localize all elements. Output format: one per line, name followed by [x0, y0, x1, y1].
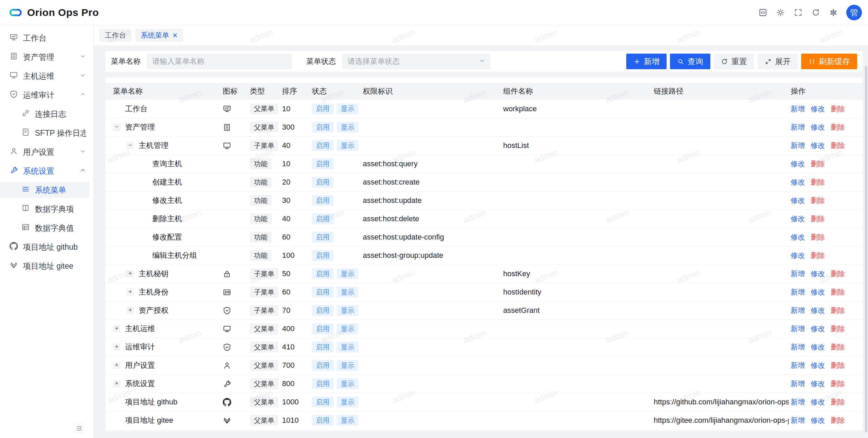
删除-link[interactable]: 删除 — [831, 122, 845, 132]
新增-link[interactable]: 新增 — [791, 416, 805, 425]
修改-link[interactable]: 修改 — [791, 177, 805, 187]
cell-link-path — [652, 338, 789, 356]
修改-link[interactable]: 修改 — [791, 214, 805, 224]
api-doc-button[interactable] — [754, 4, 772, 21]
删除-link[interactable]: 删除 — [831, 306, 845, 315]
sidebar-item-系统设置[interactable]: 系统设置 — [0, 163, 94, 179]
新增-link[interactable]: 新增 — [791, 342, 805, 352]
删除-link[interactable]: 删除 — [831, 397, 845, 407]
删除-link[interactable]: 删除 — [831, 342, 845, 352]
settings-button[interactable] — [825, 4, 842, 21]
type-tag: 父菜单 — [250, 378, 278, 389]
删除-link[interactable]: 删除 — [811, 214, 825, 224]
删除-link[interactable]: 删除 — [831, 416, 845, 425]
修改-link[interactable]: 修改 — [811, 141, 825, 150]
scrollbar-thumb[interactable] — [865, 66, 867, 432]
新增-link[interactable]: 新增 — [791, 397, 805, 407]
修改-link[interactable]: 修改 — [791, 196, 805, 205]
修改-link[interactable]: 修改 — [811, 104, 825, 114]
删除-link[interactable]: 删除 — [811, 232, 825, 242]
expand-toggle-icon[interactable]: + — [113, 343, 120, 351]
expand-toggle-icon[interactable]: + — [113, 362, 120, 369]
删除-link[interactable]: 删除 — [831, 269, 845, 279]
sidebar-collapse-button[interactable] — [74, 423, 84, 433]
status-tag: 启用 — [312, 250, 334, 261]
user-avatar[interactable]: 管 — [846, 5, 862, 20]
修改-link[interactable]: 修改 — [811, 379, 825, 388]
删除-link[interactable]: 删除 — [831, 361, 845, 370]
删除-link[interactable]: 删除 — [831, 287, 845, 297]
删除-link[interactable]: 删除 — [811, 251, 825, 260]
新增-link[interactable]: 新增 — [791, 104, 805, 114]
status-tags: 启用 — [312, 232, 361, 243]
menu-status-select[interactable]: 请选择菜单状态 — [342, 54, 490, 69]
sidebar-item-SFTP 操作日志[interactable]: SFTP 操作日志 — [0, 125, 94, 141]
修改-link[interactable]: 修改 — [811, 416, 825, 425]
重置-button[interactable]: 重置 — [714, 54, 754, 69]
删除-link[interactable]: 删除 — [811, 177, 825, 187]
删除-link[interactable]: 删除 — [831, 324, 845, 334]
新增-link[interactable]: 新增 — [791, 141, 805, 150]
tab-system-menu[interactable]: 系统菜单 ✕ — [135, 29, 183, 42]
新增-link[interactable]: 新增 — [791, 306, 805, 315]
dashboard-icon — [9, 33, 18, 41]
修改-link[interactable]: 修改 — [811, 397, 825, 407]
expand-toggle-icon[interactable]: + — [113, 325, 120, 332]
sidebar-item-用户设置[interactable]: 用户设置 — [0, 144, 94, 160]
cell-type: 功能 — [248, 155, 280, 173]
sidebar-item-系统菜单[interactable]: 系统菜单 — [0, 182, 90, 198]
删除-link[interactable]: 删除 — [811, 196, 825, 205]
expand-toggle-icon[interactable]: + — [126, 270, 134, 278]
修改-link[interactable]: 修改 — [791, 251, 805, 260]
修改-link[interactable]: 修改 — [811, 287, 825, 297]
tab-workbench[interactable]: 工作台 — [99, 29, 132, 42]
expand-toggle-icon[interactable]: + — [113, 380, 120, 387]
查询-button[interactable]: 查询 — [670, 54, 710, 69]
删除-link[interactable]: 删除 — [831, 104, 845, 114]
修改-link[interactable]: 修改 — [811, 324, 825, 334]
sidebar-item-资产管理[interactable]: 资产管理 — [0, 49, 94, 65]
新增-link[interactable]: 新增 — [791, 269, 805, 279]
table-row: 删除主机功能40启用asset:host:delete修改删除 — [105, 210, 863, 228]
menu-name-input[interactable] — [147, 54, 292, 69]
展开-button[interactable]: 展开 — [757, 54, 798, 69]
menu-name-wrap: −资产管理 — [113, 122, 221, 132]
sidebar-item-连接日志[interactable]: 连接日志 — [0, 106, 94, 122]
sidebar-item-数据字典值[interactable]: 数据字典值 — [0, 220, 94, 236]
sidebar-item-数据字典项[interactable]: 数据字典项 — [0, 201, 94, 217]
修改-link[interactable]: 修改 — [811, 269, 825, 279]
sidebar-item-项目地址 github[interactable]: 项目地址 github — [0, 239, 94, 255]
collapse-toggle-icon[interactable]: − — [126, 142, 134, 149]
refresh-button[interactable] — [807, 4, 825, 21]
修改-link[interactable]: 修改 — [811, 361, 825, 370]
sidebar-item-主机运维[interactable]: 主机运维 — [0, 68, 94, 84]
修改-link[interactable]: 修改 — [811, 306, 825, 315]
新增-button[interactable]: 新增 — [626, 54, 667, 69]
sidebar-item-项目地址 gitee[interactable]: 项目地址 gitee — [0, 258, 94, 274]
collapse-toggle-icon[interactable]: − — [113, 123, 120, 131]
修改-link[interactable]: 修改 — [811, 122, 825, 132]
status-tags: 启用显示 — [312, 397, 361, 407]
修改-link[interactable]: 修改 — [811, 342, 825, 352]
新增-link[interactable]: 新增 — [791, 287, 805, 297]
删除-link[interactable]: 删除 — [811, 159, 825, 169]
theme-button[interactable] — [772, 4, 789, 21]
sidebar-item-运维审计[interactable]: 运维审计 — [0, 87, 94, 103]
删除-link[interactable]: 删除 — [831, 379, 845, 388]
vertical-scrollbar[interactable] — [865, 25, 868, 438]
fullscreen-button[interactable] — [789, 4, 807, 21]
expand-toggle-icon[interactable]: + — [126, 288, 134, 296]
修改-link[interactable]: 修改 — [791, 159, 805, 169]
刷新缓存-button[interactable]: 刷新缓存 — [801, 54, 857, 69]
dashboard-icon — [223, 104, 248, 113]
close-tab-icon[interactable]: ✕ — [172, 32, 178, 39]
删除-link[interactable]: 删除 — [831, 141, 845, 150]
新增-link[interactable]: 新增 — [791, 379, 805, 388]
新增-link[interactable]: 新增 — [791, 361, 805, 370]
cell-actions: 新增修改删除 — [789, 393, 863, 411]
sidebar-item-工作台[interactable]: 工作台 — [0, 30, 94, 46]
expand-toggle-icon[interactable]: + — [126, 307, 134, 314]
修改-link[interactable]: 修改 — [791, 232, 805, 242]
新增-link[interactable]: 新增 — [791, 324, 805, 334]
新增-link[interactable]: 新增 — [791, 122, 805, 132]
